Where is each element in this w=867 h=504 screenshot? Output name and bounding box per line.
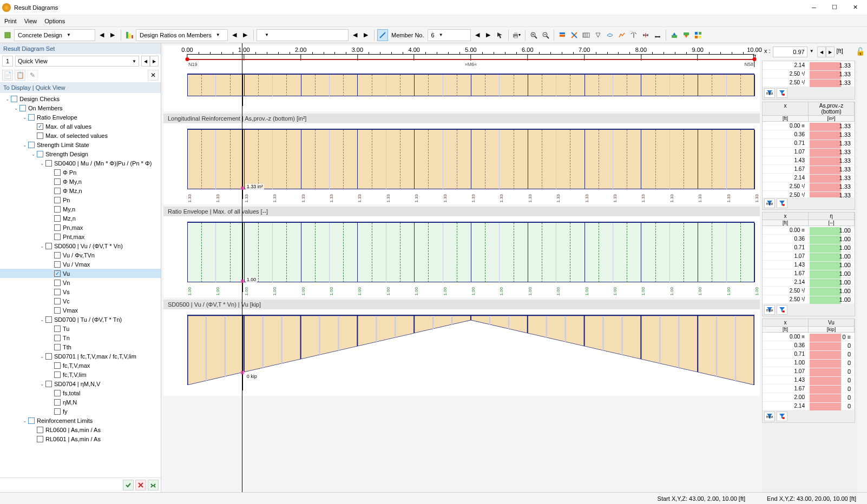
tree-node[interactable]: Φ My,n	[0, 177, 161, 186]
new-set-button[interactable]: 📄	[2, 70, 13, 81]
table-row[interactable]: 2.50 ¹/1.33	[763, 182, 855, 191]
rename-set-button[interactable]: ✎	[27, 70, 38, 81]
expand-icon[interactable]: ⌄	[22, 142, 28, 148]
checkbox[interactable]	[54, 280, 61, 286]
table-row[interactable]: 1.430	[763, 376, 855, 384]
check-all-button[interactable]	[123, 480, 134, 490]
tree-node[interactable]: ⌄SD0500 | Vu / (ΦV,T * Vn)	[0, 241, 161, 250]
delete-set-button[interactable]: ✕	[148, 70, 159, 81]
tree-node[interactable]: Tu	[0, 324, 161, 333]
expand-icon[interactable]: ⌄	[39, 161, 45, 166]
checkbox[interactable]	[54, 344, 61, 350]
tree-node[interactable]: Max. of selected values	[0, 131, 161, 140]
checkbox[interactable]	[54, 372, 61, 378]
checkbox[interactable]	[54, 169, 61, 176]
prev-result-button[interactable]: ◀	[229, 29, 240, 41]
tree-node[interactable]: ⌄On Members	[0, 103, 161, 112]
tree-node[interactable]: ⌄SD0704 | ηM,N,V	[0, 379, 161, 388]
checkbox[interactable]	[54, 270, 61, 277]
checkbox[interactable]	[54, 390, 61, 396]
expand-icon[interactable]: ⌄	[4, 96, 11, 102]
checkbox[interactable]	[19, 105, 26, 111]
next-x[interactable]: ▶	[826, 47, 835, 57]
pick-member-button[interactable]	[495, 29, 505, 41]
checkbox[interactable]	[54, 261, 61, 268]
filter-button[interactable]	[777, 412, 787, 421]
diagram[interactable]: 1.331.331.331.331.331.331.331.331.331.33…	[163, 123, 760, 204]
table-row[interactable]: 2.141.33	[763, 174, 855, 182]
checkbox[interactable]	[28, 417, 35, 424]
tree-node[interactable]: Pn	[0, 195, 161, 204]
tree-node[interactable]: fy	[0, 407, 161, 416]
tree-node[interactable]: Vu	[0, 269, 161, 278]
table-row[interactable]: 1.670	[763, 384, 855, 393]
tree-node[interactable]: Tth	[0, 342, 161, 352]
tree-node[interactable]: My,n	[0, 204, 161, 214]
close-button[interactable]: ✕	[845, 2, 865, 14]
checkbox[interactable]	[54, 197, 61, 203]
table-row[interactable]: 2.50 ¹/1.33	[763, 78, 855, 87]
table-row[interactable]: 0.710	[763, 350, 855, 359]
zoom-out-button[interactable]	[540, 29, 551, 41]
table-row[interactable]: 2.000	[763, 393, 855, 402]
prev-member-button[interactable]: ◀	[472, 29, 483, 41]
copy-set-button[interactable]: 📋	[15, 70, 25, 81]
checkbox[interactable]	[54, 215, 61, 222]
checkbox[interactable]	[11, 96, 17, 102]
prev-x[interactable]: ◀	[817, 47, 826, 57]
checkbox[interactable]	[54, 298, 61, 304]
uncheck-all-button[interactable]	[135, 480, 146, 490]
checkbox[interactable]	[54, 326, 61, 332]
filter-button[interactable]	[777, 198, 787, 208]
table-row[interactable]: 1.071.33	[763, 148, 855, 156]
table-row[interactable]: 1.071.00	[763, 252, 855, 261]
expand-icon[interactable]: ⌄	[13, 105, 19, 111]
tool-4[interactable]	[593, 29, 603, 41]
table-row[interactable]: 2.50 ¹/1.33	[763, 70, 855, 78]
checkbox[interactable]	[54, 206, 61, 213]
tree-node[interactable]: Tn	[0, 333, 161, 342]
tree-node[interactable]: RL0601 | As,min / As	[0, 434, 161, 443]
tree-node[interactable]: Vn	[0, 278, 161, 287]
checkbox[interactable]	[37, 427, 43, 433]
next-set[interactable]: ▶	[150, 56, 159, 67]
tool-5[interactable]	[605, 29, 615, 41]
tree-node[interactable]: Φ Mz,n	[0, 186, 161, 195]
tool-6[interactable]	[616, 29, 627, 41]
checkbox[interactable]	[28, 142, 35, 148]
next-result-button[interactable]: ▶	[240, 29, 251, 41]
tool-2[interactable]	[569, 29, 580, 41]
tree-node[interactable]: ⌄SD0400 | Mu / (Mn * Φ)|Pu / (Pn * Φ)	[0, 158, 161, 168]
tree-node[interactable]: ⌄Strength Limit State	[0, 140, 161, 149]
set-number[interactable]: 1	[2, 56, 13, 67]
print-button[interactable]: ▼	[511, 29, 522, 41]
chart-column[interactable]: 0.001.002.003.004.005.006.007.008.009.00…	[161, 43, 762, 492]
tree-node[interactable]: Vu / Φv,TVn	[0, 250, 161, 260]
table-row[interactable]: 1.431.00	[763, 261, 855, 269]
table-row[interactable]: 0.711.33	[763, 139, 855, 148]
expand-icon[interactable]: ⌄	[22, 418, 28, 423]
checkbox[interactable]	[54, 289, 61, 295]
next-extra-button[interactable]: ▶	[360, 29, 371, 41]
checkbox[interactable]	[54, 307, 61, 314]
tree-node[interactable]: ⌄Reinforcement Limits	[0, 416, 161, 425]
checkbox[interactable]	[54, 178, 61, 185]
table-row[interactable]: 0.00 ≡1.00	[763, 226, 855, 235]
member-mode-button[interactable]	[377, 29, 388, 41]
menu-options[interactable]: Options	[44, 18, 65, 24]
expand-icon[interactable]: ⌄	[30, 151, 37, 157]
tree-node[interactable]: Φ Pn	[0, 168, 161, 177]
checkbox[interactable]	[54, 408, 61, 415]
tree-node[interactable]: ⌄Strength Design	[0, 149, 161, 158]
table-row[interactable]: 2.50 ¹/1.00	[763, 295, 855, 304]
tool-9[interactable]	[652, 29, 663, 41]
max-filter-button[interactable]: max	[764, 305, 775, 315]
checkbox[interactable]	[54, 224, 61, 231]
prev-design-button[interactable]: ◀	[96, 29, 107, 41]
zoom-in-button[interactable]	[528, 29, 539, 41]
tool-8[interactable]	[640, 29, 651, 41]
checkbox[interactable]	[37, 436, 43, 442]
expand-icon[interactable]: ⌄	[22, 115, 28, 120]
diagram[interactable]	[163, 68, 760, 111]
menu-view[interactable]: View	[24, 18, 37, 24]
